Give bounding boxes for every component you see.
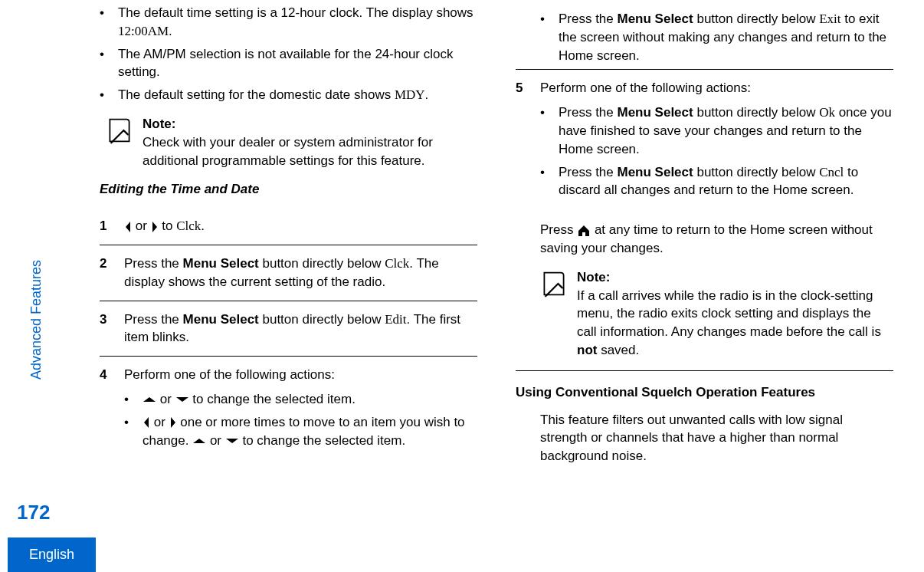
bullet-item: The default time setting is a 12-hour cl… xyxy=(100,4,477,41)
divider xyxy=(100,301,477,301)
paragraph: Press at any time to return to the Home … xyxy=(516,221,893,258)
bold-text: Menu Select xyxy=(618,12,693,26)
text: or xyxy=(206,433,225,448)
text: . xyxy=(425,87,429,102)
note-body: If a call arrives while the radio is in … xyxy=(577,287,893,360)
home-icon xyxy=(577,225,591,237)
bullet-item: or to change the selected item. xyxy=(124,390,477,409)
step: 3 Press the Menu Select button directly … xyxy=(100,303,477,355)
text: Press the xyxy=(559,105,618,120)
step-body: Perform one of the following actions: or… xyxy=(124,366,477,454)
step-body: Press the Menu Select button directly be… xyxy=(124,255,477,291)
left-column: The default time setting is a 12-hour cl… xyxy=(100,4,477,526)
divider xyxy=(100,245,477,245)
up-arrow-icon xyxy=(143,396,156,403)
text: The default time setting is a 12-hour cl… xyxy=(118,5,473,20)
text: Press the xyxy=(124,256,183,271)
note-title: Note: xyxy=(143,115,477,133)
text: saved. xyxy=(597,343,639,357)
up-arrow-icon xyxy=(192,437,206,445)
language-tab: English xyxy=(8,537,96,572)
side-rail: Advanced Features 172 xyxy=(0,0,54,572)
bullet-item: The default setting for the domestic dat… xyxy=(100,86,477,104)
text: Press the xyxy=(559,165,618,179)
text: button directly below xyxy=(693,12,819,26)
bold-text: Menu Select xyxy=(618,105,693,120)
note-icon xyxy=(540,270,568,298)
code-text: Cncl xyxy=(819,165,844,179)
step-number: 4 xyxy=(100,366,112,454)
code-text: Exit xyxy=(819,12,840,26)
text: or xyxy=(132,219,151,233)
note-text: Note: Check with your dealer or system a… xyxy=(143,115,477,169)
continuation-bullets: Press the Menu Select button directly be… xyxy=(516,10,893,64)
section-label: Advanced Features xyxy=(27,260,46,380)
right-arrow-icon xyxy=(151,221,159,233)
bullet-item: The AM/PM selection is not available for… xyxy=(100,45,477,82)
step-number: 1 xyxy=(100,217,112,235)
note-text: Note: If a call arrives while the radio … xyxy=(577,268,893,360)
bold-text: Menu Select xyxy=(183,256,259,271)
subheading: Editing the Time and Date xyxy=(100,180,477,199)
subheading: Using Conventional Squelch Operation Fea… xyxy=(516,383,893,402)
text: button directly below xyxy=(693,165,819,179)
text: button directly below xyxy=(259,312,385,327)
text: Press the xyxy=(559,12,618,26)
down-arrow-icon xyxy=(225,437,239,445)
content-area: The default time setting is a 12-hour cl… xyxy=(54,0,924,572)
down-arrow-icon xyxy=(175,396,189,403)
step-body: Press the Menu Select button directly be… xyxy=(124,311,477,347)
code-text: MDY xyxy=(395,87,425,102)
right-arrow-icon xyxy=(169,416,177,429)
note-icon xyxy=(106,117,133,144)
text: If a call arrives while the radio is in … xyxy=(577,288,881,340)
bullet-item: or one or more times to move to an item … xyxy=(124,413,477,450)
text: to change the selected item. xyxy=(239,433,405,448)
note-block: Note: If a call arrives while the radio … xyxy=(540,268,893,360)
step-lead: Perform one of the following actions: xyxy=(124,366,477,384)
divider xyxy=(516,69,893,70)
code-text: Clck xyxy=(176,219,201,233)
text: or xyxy=(150,415,169,429)
page: Advanced Features 172 The default time s… xyxy=(0,0,924,572)
code-text: 12:00AM xyxy=(118,24,169,38)
bullet-item: Press the Menu Select button directly be… xyxy=(540,104,893,158)
right-column: Press the Menu Select button directly be… xyxy=(516,4,893,526)
step: 5 Perform one of the following actions: … xyxy=(516,71,893,212)
bold-text: not xyxy=(577,343,597,357)
code-text: Clck xyxy=(385,256,409,271)
step-number: 2 xyxy=(100,255,112,291)
bold-text: Menu Select xyxy=(183,312,259,327)
bullet-item: Press the Menu Select button directly be… xyxy=(540,10,893,64)
intro-bullets: The default time setting is a 12-hour cl… xyxy=(100,4,477,104)
step-number: 5 xyxy=(516,79,528,204)
step-lead: Perform one of the following actions: xyxy=(540,79,893,97)
sub-bullets: Press the Menu Select button directly be… xyxy=(540,104,893,199)
step-body: Perform one of the following actions: Pr… xyxy=(540,79,893,204)
page-number: 172 xyxy=(17,498,50,526)
left-arrow-icon xyxy=(124,221,132,233)
bold-text: Menu Select xyxy=(618,165,693,179)
text: Press xyxy=(540,222,577,237)
note-body: Check with your dealer or system adminis… xyxy=(143,133,477,170)
paragraph: This feature filters out unwanted calls … xyxy=(516,411,893,465)
text: to change the selected item. xyxy=(189,392,356,406)
text: Press the xyxy=(124,312,183,327)
text: button directly below xyxy=(259,256,385,271)
code-text: Edit xyxy=(385,312,406,327)
text: to xyxy=(159,219,177,233)
text: The AM/PM selection is not available for… xyxy=(118,45,477,82)
text: The default setting for the domestic dat… xyxy=(118,87,395,102)
note-block: Note: Check with your dealer or system a… xyxy=(106,115,477,169)
divider xyxy=(516,370,893,371)
step: 1 or to Clck. xyxy=(100,209,477,243)
sub-bullets: or to change the selected item. or one o… xyxy=(124,390,477,449)
step: 4 Perform one of the following actions: … xyxy=(100,358,477,462)
note-title: Note: xyxy=(577,268,893,287)
code-text: Ok xyxy=(819,105,835,120)
step-number: 3 xyxy=(100,311,112,347)
divider xyxy=(100,356,477,357)
step: 2 Press the Menu Select button directly … xyxy=(100,247,477,299)
left-arrow-icon xyxy=(143,416,150,429)
text: . xyxy=(201,219,205,233)
